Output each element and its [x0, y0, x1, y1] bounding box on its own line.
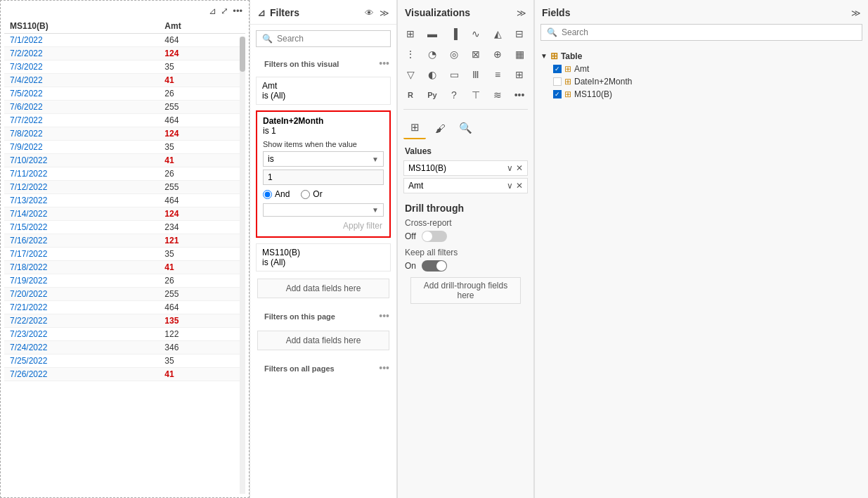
viz-icon-smartnarr[interactable]: ≋	[488, 85, 507, 105]
expand-icon[interactable]: ≫	[380, 8, 389, 18]
viz-icon-pie[interactable]: ◔	[422, 44, 442, 64]
apply-filter-button[interactable]: Apply filter	[263, 217, 384, 232]
close-icon-ms110[interactable]: ✕	[516, 163, 523, 173]
value-row-amt[interactable]: Amt ∨ ✕	[403, 178, 528, 193]
filter-item-datein[interactable]: DateIn+2Month is 1 Show items when the v…	[256, 110, 391, 238]
table-row: 7/18/202241	[4, 261, 245, 274]
viz-icon-decomp[interactable]: ⊤	[466, 85, 486, 105]
viz-icon-table[interactable]: ⊞	[401, 24, 420, 44]
add-drill-button[interactable]: Add drill-through fields here	[410, 277, 521, 304]
filter-amt-name: Amt	[262, 81, 384, 91]
fields-search-box[interactable]: 🔍	[540, 24, 862, 41]
checkbox-amt[interactable]: ✓	[553, 65, 562, 73]
viz-icon-ribbon[interactable]: ⊟	[510, 24, 529, 44]
viz-icon-slicer[interactable]: ≡	[488, 65, 507, 84]
table-container: MS110(B) Amt 7/1/20224647/2/20221247/3/2…	[4, 19, 245, 494]
viz-icon-card[interactable]: ▭	[444, 65, 464, 84]
tree-parent-table[interactable]: ▼ ⊞ Table	[540, 49, 862, 63]
filters-on-page-label: Filters on this page	[257, 308, 342, 324]
focus-mode-icon[interactable]: ⤢	[221, 6, 228, 16]
table-row: 7/5/202226	[4, 87, 245, 101]
table-row: 7/12/2022255	[4, 181, 245, 194]
cell-date: 7/6/2022	[4, 101, 159, 114]
filter-icon[interactable]: ⊿	[209, 6, 216, 16]
cell-amt: 41	[159, 74, 245, 87]
filter-second-operator[interactable]: ▼	[263, 203, 384, 217]
filters-search-input[interactable]	[277, 34, 384, 44]
chevron-icon-ms110[interactable]: ∨	[507, 163, 513, 173]
viz-icon-kpi[interactable]: Ⅲ	[466, 65, 486, 84]
viz-icon-map[interactable]: ⊕	[488, 44, 507, 64]
more-options-icon[interactable]: •••	[233, 6, 242, 16]
value-row-ms110[interactable]: MS110(B) ∨ ✕	[403, 160, 528, 176]
field-name-ms110: MS110(B)	[574, 89, 612, 99]
add-data-page-button[interactable]: Add data fields here	[257, 331, 389, 350]
viz-icon-gauge[interactable]: ◐	[422, 65, 442, 84]
vertical-scrollbar[interactable]	[240, 37, 245, 494]
cell-date: 7/21/2022	[4, 301, 159, 314]
filter-radio-and[interactable]: And	[263, 189, 290, 199]
viz-divider	[403, 109, 528, 110]
tree-child-amt[interactable]: ✓ ⊞ Amt	[540, 63, 862, 75]
fields-expand-icon[interactable]: ≫	[851, 8, 861, 18]
checkbox-ms110[interactable]: ✓	[553, 90, 562, 98]
viz-icon-matrix[interactable]: ⊞	[510, 65, 529, 84]
viz-icon-qna[interactable]: ?	[444, 85, 464, 105]
scrollbar-thumb[interactable]	[240, 37, 245, 72]
viz-icon-filled-map[interactable]: ▦	[510, 44, 529, 64]
cell-date: 7/10/2022	[4, 154, 159, 167]
chevron-right-icon: ▼	[540, 52, 548, 60]
cell-date: 7/22/2022	[4, 314, 159, 328]
cell-amt: 464	[159, 194, 245, 208]
viz-icon-bar[interactable]: ▬	[422, 24, 442, 44]
filters-all-dots[interactable]: •••	[379, 362, 389, 374]
cell-amt: 124	[159, 127, 245, 141]
filter-condition-row: Show items when the value is ▼ And Or ▼ …	[263, 140, 384, 232]
viz-icon-column[interactable]: ▐	[444, 24, 464, 44]
filter-amt-value: is (All)	[262, 91, 384, 101]
fields-search-input[interactable]	[562, 27, 856, 37]
cell-date: 7/20/2022	[4, 288, 159, 301]
filters-page-dots[interactable]: •••	[379, 310, 389, 321]
eye-icon[interactable]: 👁	[365, 8, 374, 18]
col-header-amt: Amt	[159, 19, 245, 34]
table-row: 7/20/2022255	[4, 288, 245, 301]
filters-on-all-header: Filters on all pages •••	[250, 355, 396, 378]
chevron-icon-amt[interactable]: ∨	[507, 181, 513, 191]
tree-child-ms110[interactable]: ✓ ⊞ MS110(B)	[540, 88, 862, 101]
viz-sub-analytics-icon[interactable]: 🔍	[454, 117, 477, 139]
viz-icon-funnel[interactable]: ▽	[401, 65, 420, 84]
keep-filters-toggle[interactable]	[422, 260, 447, 272]
filter-radio-or[interactable]: Or	[301, 189, 322, 199]
field-name-amt: Amt	[574, 64, 589, 74]
field-name-datein: DateIn+2Month	[574, 77, 632, 87]
filter-item-amt[interactable]: Amt is (All)	[256, 77, 391, 105]
viz-icon-python[interactable]: Py	[422, 85, 442, 105]
viz-sub-format-icon[interactable]: 🖌	[429, 117, 451, 139]
viz-sub-fields-icon[interactable]: ⊞	[403, 117, 426, 139]
viz-icon-treemap[interactable]: ⊠	[466, 44, 486, 64]
viz-icon-r[interactable]: R	[401, 85, 420, 105]
filter-item-ms110[interactable]: MS110(B) is (All)	[256, 243, 391, 272]
viz-expand-icon[interactable]: ≫	[517, 8, 526, 18]
viz-icon-donut[interactable]: ◎	[444, 44, 464, 64]
cell-amt: 41	[159, 154, 245, 167]
add-data-visual-button[interactable]: Add data fields here	[257, 279, 389, 298]
checkbox-datein[interactable]	[553, 77, 562, 86]
viz-sub-icons: ⊞ 🖌 🔍	[398, 114, 533, 142]
filter-operator-select[interactable]: is ▼	[263, 151, 384, 167]
cell-amt: 124	[159, 47, 245, 60]
cell-amt: 121	[159, 234, 245, 248]
viz-icon-scatter[interactable]: ⋮	[401, 44, 420, 64]
close-icon-amt[interactable]: ✕	[516, 181, 523, 191]
filters-visual-dots[interactable]: •••	[379, 58, 389, 69]
viz-title: Visualizations	[405, 7, 470, 18]
viz-icon-area[interactable]: ◭	[488, 24, 507, 44]
viz-icon-line[interactable]: ∿	[466, 24, 486, 44]
cross-report-toggle[interactable]	[422, 231, 447, 242]
viz-icon-more[interactable]: •••	[510, 85, 529, 105]
value-amt-icons: ∨ ✕	[507, 181, 523, 191]
filters-search-box[interactable]: 🔍	[256, 30, 391, 47]
filter-value-input[interactable]	[263, 170, 384, 185]
tree-child-datein[interactable]: ⊞ DateIn+2Month	[540, 75, 862, 88]
